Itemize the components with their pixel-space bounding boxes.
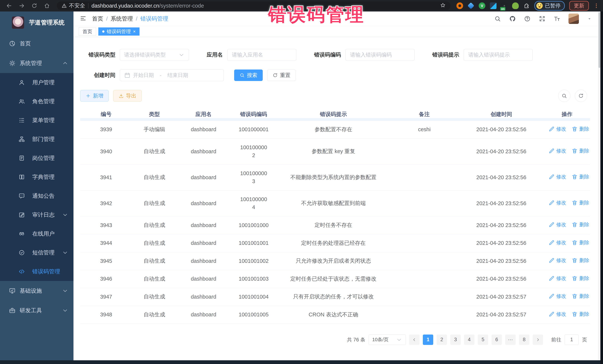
sidebar-item[interactable]: 通知公告: [0, 187, 73, 205]
delete-link[interactable]: 删除: [571, 126, 589, 132]
delete-link[interactable]: 删除: [571, 221, 589, 228]
edit-link[interactable]: 修改: [548, 174, 566, 180]
scrollbar[interactable]: [598, 11, 600, 360]
edit-link[interactable]: 修改: [548, 293, 566, 299]
sidebar-item[interactable]: 在线用户: [0, 224, 73, 243]
sidebar-item[interactable]: 部门管理: [0, 130, 73, 149]
delete-link[interactable]: 删除: [571, 174, 589, 180]
chevron-down-icon: [178, 52, 185, 58]
user-avatar[interactable]: [568, 13, 579, 24]
app-input[interactable]: [232, 52, 292, 58]
refresh-table-button[interactable]: [575, 90, 587, 102]
sidebar-item[interactable]: 短信管理: [0, 243, 73, 262]
home-icon[interactable]: [42, 1, 52, 10]
code-input[interactable]: [350, 52, 410, 58]
sidebar-item[interactable]: 菜单管理: [0, 111, 73, 130]
edit-link[interactable]: 修改: [548, 257, 566, 264]
sidebar-item[interactable]: 审计日志: [0, 205, 73, 224]
caret-down-icon[interactable]: [587, 16, 592, 21]
toggle-search-button[interactable]: [558, 90, 570, 102]
table-row: 3947自动生成dashboard1001001004只有开启状态的任务，才可以…: [80, 288, 590, 306]
sidebar-item[interactable]: 研发工具: [0, 301, 73, 320]
cell-remark: [390, 252, 459, 270]
page-button[interactable]: 3: [450, 334, 461, 345]
sidebar-item-label: 首页: [20, 40, 31, 47]
page-button[interactable]: 6: [491, 334, 502, 345]
edit-link[interactable]: 修改: [548, 221, 566, 228]
code-label: 错误码编码: [314, 51, 341, 59]
date-range-picker[interactable]: 开始日期 - 结束日期: [120, 69, 224, 81]
extension-icon-gem[interactable]: [468, 2, 474, 9]
forward-icon[interactable]: [16, 1, 27, 10]
vue-devtools-icon[interactable]: V: [479, 2, 485, 9]
edit-link[interactable]: 修改: [548, 147, 566, 154]
sidebar-item[interactable]: 系统管理: [0, 53, 73, 73]
sidebar-item[interactable]: 错误码管理: [0, 262, 73, 281]
next-page-button[interactable]: [533, 334, 543, 345]
page-button[interactable]: 4: [464, 334, 475, 345]
breadcrumb-system[interactable]: 系统管理: [111, 15, 133, 22]
edit-link[interactable]: 修改: [548, 311, 566, 318]
cell-created: 2021-04-20 23:52:56: [459, 190, 544, 216]
fullscreen-icon[interactable]: [539, 15, 545, 22]
sidebar-item[interactable]: 首页: [0, 34, 73, 53]
reload-icon[interactable]: [29, 1, 40, 10]
page-button[interactable]: 8: [519, 334, 529, 345]
github-icon[interactable]: [509, 15, 516, 22]
reset-button[interactable]: 重置: [267, 69, 296, 81]
paused-extension-pill[interactable]: 已暂停: [534, 1, 565, 11]
breadcrumb-home[interactable]: 首页: [92, 15, 103, 22]
delete-link[interactable]: 删除: [571, 311, 589, 318]
search-icon[interactable]: [494, 15, 501, 22]
edit-link[interactable]: 修改: [548, 126, 566, 132]
browser-menu-icon[interactable]: [593, 3, 599, 9]
pencil-icon: [548, 275, 555, 282]
chevron-down-icon: [62, 212, 68, 218]
page-size-select[interactable]: 10条/页: [369, 334, 406, 345]
address-bar[interactable]: 不安全 dashboard.yudao.iocoder.cn/system/er…: [57, 1, 451, 10]
page-button[interactable]: 2: [437, 334, 447, 345]
collapse-menu-icon[interactable]: [80, 15, 86, 22]
extension-icon-green[interactable]: [512, 2, 519, 9]
font-size-icon[interactable]: [554, 15, 560, 22]
search-button[interactable]: 搜索: [234, 69, 263, 81]
prev-page-button[interactable]: [409, 334, 419, 345]
not-secure-chip[interactable]: 不安全: [62, 2, 85, 10]
message-input[interactable]: [468, 52, 528, 58]
sidebar-item[interactable]: 角色管理: [0, 92, 73, 111]
extension-icon-orange[interactable]: [456, 2, 463, 9]
sidebar-item[interactable]: 用户管理: [0, 73, 73, 92]
delete-link[interactable]: 删除: [571, 275, 589, 282]
cell-type: 自动生成: [132, 216, 177, 234]
delete-link[interactable]: 删除: [571, 257, 589, 264]
delete-link[interactable]: 删除: [571, 147, 589, 154]
back-icon[interactable]: [4, 1, 14, 10]
delete-link[interactable]: 删除: [571, 199, 589, 206]
sidebar-item[interactable]: 基础设施: [0, 281, 73, 301]
page-button[interactable]: 5: [478, 334, 488, 345]
page-button[interactable]: 1: [423, 334, 433, 345]
tab-error-code[interactable]: 错误码管理 ×: [98, 27, 139, 36]
extensions-puzzle-icon[interactable]: [523, 2, 530, 9]
delete-link[interactable]: 删除: [571, 239, 589, 246]
extension-icon-tag[interactable]: ≡on: [501, 2, 508, 9]
edit-link[interactable]: 修改: [548, 199, 566, 206]
add-button[interactable]: 新增: [80, 90, 109, 101]
type-select[interactable]: 请选择错误码类型: [120, 49, 189, 61]
tab-home[interactable]: 首页: [79, 27, 96, 36]
delete-link[interactable]: 删除: [571, 293, 589, 299]
table-body: 3939手动编辑dashboard1001000001参数配置不存在ceshi2…: [80, 121, 590, 324]
goto-page-input[interactable]: [565, 334, 579, 345]
extension-icon-grid[interactable]: [490, 2, 497, 9]
page-button[interactable]: ···: [505, 334, 516, 345]
edit-link[interactable]: 修改: [548, 239, 566, 246]
help-icon[interactable]: [524, 15, 531, 22]
bookmark-star-icon[interactable]: [440, 2, 446, 9]
update-button[interactable]: 更新: [569, 1, 589, 11]
sidebar-item[interactable]: 字典管理: [0, 167, 73, 187]
tab-close-icon[interactable]: ×: [133, 29, 136, 34]
dashboard-icon: [9, 40, 16, 47]
edit-link[interactable]: 修改: [548, 275, 566, 282]
sidebar-item[interactable]: 岗位管理: [0, 149, 73, 167]
export-button[interactable]: 导出: [113, 90, 142, 101]
